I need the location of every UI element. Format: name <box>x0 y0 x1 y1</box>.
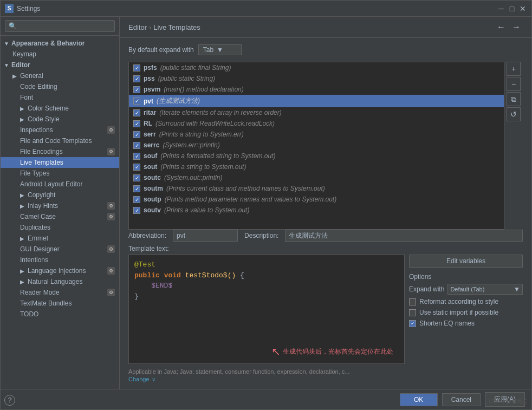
shorten-eq-label: Shorten EQ names <box>419 320 475 327</box>
back-button[interactable]: ← <box>495 21 508 33</box>
sidebar-item-camel-case[interactable]: Camel Case ⚙ <box>1 211 119 222</box>
shorten-eq-checkbox[interactable] <box>409 320 416 327</box>
main-content: ▼ Appearance & Behavior Keymap ▼ Editor … <box>1 17 531 389</box>
template-item[interactable]: ritar (Iterate elements of array in reve… <box>129 107 504 118</box>
red-arrow-icon: ↖ <box>271 345 281 358</box>
reformat-row: Reformat according to style <box>409 298 523 305</box>
template-item[interactable]: soutc (System.out::println) <box>129 172 504 183</box>
settings-badge: ⚙ <box>107 126 115 134</box>
main-body: By default expand with Tab ▼ psfs (publi… <box>120 38 531 389</box>
static-import-label: Use static import if possible <box>419 309 498 316</box>
template-checkbox[interactable] <box>133 142 140 149</box>
template-item[interactable]: serrc (System.err::println) <box>129 140 504 151</box>
forward-button[interactable]: → <box>510 21 523 33</box>
template-checkbox[interactable] <box>133 64 140 71</box>
sidebar-item-editor[interactable]: ▼ Editor <box>1 60 119 70</box>
template-item[interactable]: souf (Prints a formatted string to Syste… <box>129 151 504 161</box>
template-item[interactable]: psvm (main() method declaration) <box>129 84 504 95</box>
sidebar-item-file-code-templates[interactable]: File and Code Templates <box>1 135 119 146</box>
sidebar-item-inspections[interactable]: Inspections ⚙ <box>1 125 119 135</box>
reformat-checkbox[interactable] <box>409 298 416 305</box>
sidebar-item-copyright[interactable]: ▶ Copyright <box>1 190 119 200</box>
add-template-button[interactable]: + <box>507 62 521 76</box>
template-item[interactable]: RL (Surround with ReadWriteLock.readLock… <box>129 118 504 129</box>
template-checkbox[interactable] <box>133 120 140 127</box>
options-title: Options <box>409 273 523 281</box>
sidebar-item-natural-languages[interactable]: ▶ Natural Languages <box>1 276 119 287</box>
template-item[interactable]: pss (public static String) <box>129 73 504 84</box>
close-button[interactable]: ✕ <box>518 4 527 13</box>
template-item[interactable]: soutm (Prints current class and method n… <box>129 183 504 194</box>
sidebar-item-emmet[interactable]: ▶ Emmet <box>1 233 119 244</box>
change-link[interactable]: Change <box>128 376 150 382</box>
sidebar-item-code-editing[interactable]: Code Editing <box>1 81 119 92</box>
sidebar-item-font[interactable]: Font <box>1 92 119 103</box>
sidebar-item-file-types[interactable]: File Types <box>1 168 119 179</box>
abbreviation-input[interactable] <box>173 230 238 242</box>
template-checkbox[interactable] <box>133 86 140 93</box>
settings-badge: ⚙ <box>107 202 115 210</box>
sidebar-item-file-encodings[interactable]: File Encodings ⚙ <box>1 146 119 157</box>
minimize-button[interactable]: ─ <box>497 4 505 13</box>
cancel-button[interactable]: Cancel <box>442 393 481 406</box>
template-checkbox[interactable] <box>133 207 140 214</box>
sidebar-item-gui-designer[interactable]: GUI Designer ⚙ <box>1 244 119 255</box>
template-name: serrc <box>144 141 159 149</box>
chevron-right-icon: ▶ <box>20 192 25 198</box>
template-item[interactable]: soutv (Prints a value to System.out) <box>129 205 504 216</box>
footer: OK Cancel 应用(A) <box>1 389 531 409</box>
remove-template-button[interactable]: − <box>507 77 521 91</box>
edit-variables-button[interactable]: Edit variables <box>409 255 523 268</box>
sidebar-item-color-scheme[interactable]: ▶ Color Scheme <box>1 103 119 114</box>
sidebar-item-reader-mode[interactable]: Reader Mode ⚙ <box>1 287 119 298</box>
template-item[interactable]: pvt (生成测试方法) <box>129 95 504 107</box>
code-editor[interactable]: @Test public void test$todo$() { $END$ }… <box>128 255 405 364</box>
reset-template-button[interactable]: ↺ <box>507 107 521 121</box>
sidebar-item-textmate-bundles[interactable]: TextMate Bundles <box>1 298 119 309</box>
template-description: (Surround with ReadWriteLock.readLock) <box>155 120 275 127</box>
code-line-1: @Test <box>134 259 399 270</box>
template-checkbox[interactable] <box>133 196 140 203</box>
sidebar-item-general[interactable]: ▶ General <box>1 70 119 81</box>
expand-label: By default expand with <box>128 46 194 54</box>
static-import-checkbox[interactable] <box>409 309 416 316</box>
template-checkbox[interactable] <box>133 174 140 181</box>
template-item[interactable]: sout (Prints a string to System.out) <box>129 161 504 172</box>
template-item[interactable]: psfs (public static final String) <box>129 62 504 73</box>
template-checkbox[interactable] <box>133 97 140 105</box>
template-checkbox[interactable] <box>133 185 140 192</box>
sidebar-item-language-injections[interactable]: ▶ Language Injections ⚙ <box>1 265 119 276</box>
sidebar-item-android-layout[interactable]: Android Layout Editor <box>1 179 119 190</box>
settings-badge: ⚙ <box>107 245 115 253</box>
template-description: (System.err::println) <box>163 141 219 149</box>
template-item[interactable]: soutp (Prints method parameter names and… <box>129 194 504 205</box>
expand-with-select[interactable]: Default (Tab) ▼ <box>447 284 523 295</box>
sidebar-item-code-style[interactable]: ▶ Code Style <box>1 114 119 125</box>
settings-badge: ⚙ <box>107 267 115 275</box>
sidebar-item-live-templates[interactable]: Live Templates <box>1 157 119 168</box>
description-input[interactable] <box>285 230 523 242</box>
sidebar-item-inlay-hints[interactable]: ▶ Inlay Hints ⚙ <box>1 200 119 211</box>
sidebar-item-intentions[interactable]: Intentions <box>1 255 119 265</box>
help-button[interactable]: ? <box>4 395 15 406</box>
template-checkbox[interactable] <box>133 164 140 171</box>
sidebar-item-duplicates[interactable]: Duplicates <box>1 222 119 233</box>
template-item[interactable]: serr (Prints a string to System.err) <box>129 129 504 140</box>
chevron-down-icon: ▼ <box>4 62 9 68</box>
ok-button[interactable]: OK <box>400 393 438 406</box>
watermark: CSDN @拉构乙 <box>489 398 528 405</box>
maximize-button[interactable]: □ <box>508 4 516 13</box>
window-controls: ─ □ ✕ <box>497 4 527 13</box>
sidebar-item-keymap[interactable]: Keymap <box>1 49 119 60</box>
expand-dropdown[interactable]: Tab ▼ <box>198 44 242 55</box>
search-input[interactable] <box>5 20 115 32</box>
copy-template-button[interactable]: ⧉ <box>507 92 521 106</box>
template-checkbox[interactable] <box>133 131 140 138</box>
sidebar-item-todo[interactable]: TODO <box>1 309 119 320</box>
template-checkbox[interactable] <box>133 109 140 116</box>
chevron-right-icon: ▶ <box>20 203 25 209</box>
main-header: Editor › Live Templates ← → <box>120 17 531 38</box>
template-checkbox[interactable] <box>133 153 140 160</box>
template-checkbox[interactable] <box>133 75 140 82</box>
sidebar-item-appearance[interactable]: ▼ Appearance & Behavior <box>1 38 119 49</box>
